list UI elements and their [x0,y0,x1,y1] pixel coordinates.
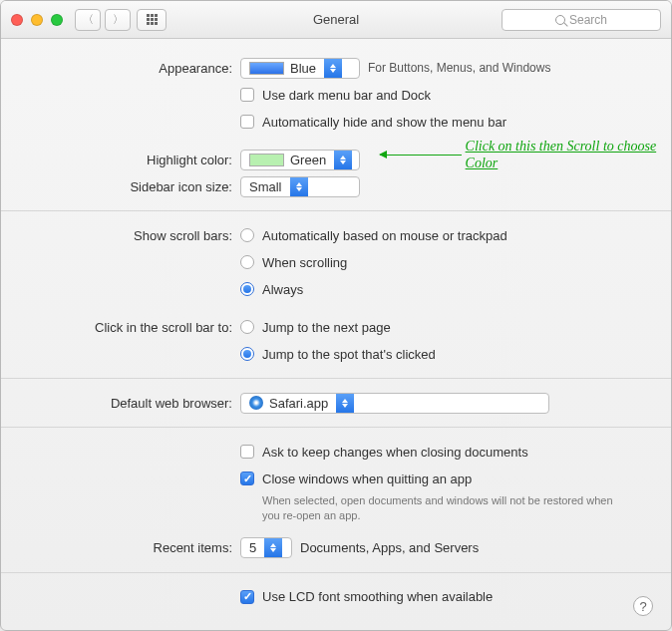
safari-icon [249,396,263,410]
scroll-always-label: Always [262,282,303,297]
appearance-select[interactable]: Blue [240,58,360,79]
blue-swatch [249,62,284,75]
nav-buttons: 〈 〉 [75,9,131,31]
appearance-hint: For Buttons, Menus, and Windows [368,61,550,75]
scroll-auto-label: Automatically based on mouse or trackpad [262,228,507,243]
scroll-when-label: When scrolling [262,255,347,270]
dark-menu-checkbox[interactable] [240,88,254,102]
annotation: Click on this then Scroll to choose Colo… [380,139,671,172]
click-label: Click in the scroll bar to: [31,320,240,335]
search-icon [555,15,565,25]
content: Appearance: Blue For Buttons, Menus, and… [1,39,671,624]
divider [1,210,671,211]
divider [1,427,671,428]
window-title: General [313,12,359,27]
appearance-value: Blue [290,61,316,76]
stepper-icon [324,59,342,78]
show-all-button[interactable] [137,9,167,31]
window-controls [11,14,63,26]
divider [1,378,671,379]
arrow-icon [380,155,462,156]
highlight-select[interactable]: Green [240,150,360,170]
stepper-icon [290,177,308,196]
browser-value: Safari.app [269,396,328,411]
appearance-label: Appearance: [31,61,240,76]
click-spot-radio[interactable] [240,347,254,361]
forward-button[interactable]: 〉 [105,9,131,31]
divider [1,572,671,573]
stepper-icon [334,151,352,169]
minimize-icon[interactable] [31,14,43,26]
scroll-auto-radio[interactable] [240,228,254,242]
sidebar-value: Small [249,179,282,194]
recent-value: 5 [249,540,256,555]
highlight-value: Green [290,153,326,167]
scroll-label: Show scroll bars: [31,228,240,243]
close-icon[interactable] [11,14,23,26]
scroll-always-radio[interactable] [240,282,254,296]
search-placeholder: Search [569,13,607,27]
back-button[interactable]: 〈 [75,9,101,31]
lcd-label: Use LCD font smoothing when available [262,589,493,604]
recent-select[interactable]: 5 [240,537,292,558]
close-note: When selected, open documents and window… [262,493,621,523]
scroll-when-radio[interactable] [240,255,254,269]
stepper-icon [336,394,354,413]
preferences-window: 〈 〉 General Search Appearance: Blue For … [0,0,672,631]
annotation-text: Click on this then Scroll to choose Colo… [466,139,671,172]
highlight-label: Highlight color: [31,153,240,167]
close-label: Close windows when quitting an app [262,472,472,486]
auto-hide-checkbox[interactable] [240,115,254,129]
stepper-icon [264,538,282,557]
chevron-left-icon: 〈 [83,12,94,27]
ask-label: Ask to keep changes when closing documen… [262,445,528,460]
recent-label: Recent items: [31,540,240,555]
lcd-checkbox[interactable] [240,590,254,604]
search-input[interactable]: Search [502,9,661,31]
click-next-radio[interactable] [240,320,254,334]
titlebar: 〈 〉 General Search [1,1,671,39]
close-checkbox[interactable] [240,472,254,485]
green-swatch [249,154,284,166]
ask-checkbox[interactable] [240,445,254,459]
click-next-label: Jump to the next page [262,320,391,335]
zoom-icon[interactable] [51,14,63,26]
recent-hint: Documents, Apps, and Servers [300,540,479,555]
sidebar-label: Sidebar icon size: [31,179,240,194]
browser-label: Default web browser: [31,396,240,411]
click-spot-label: Jump to the spot that's clicked [262,347,436,362]
dark-menu-label: Use dark menu bar and Dock [262,88,431,103]
auto-hide-label: Automatically hide and show the menu bar [262,115,506,130]
sidebar-select[interactable]: Small [240,176,360,197]
help-button[interactable]: ? [633,596,653,616]
browser-select[interactable]: Safari.app [240,393,549,414]
chevron-right-icon: 〉 [113,12,124,27]
grid-icon [147,14,158,25]
